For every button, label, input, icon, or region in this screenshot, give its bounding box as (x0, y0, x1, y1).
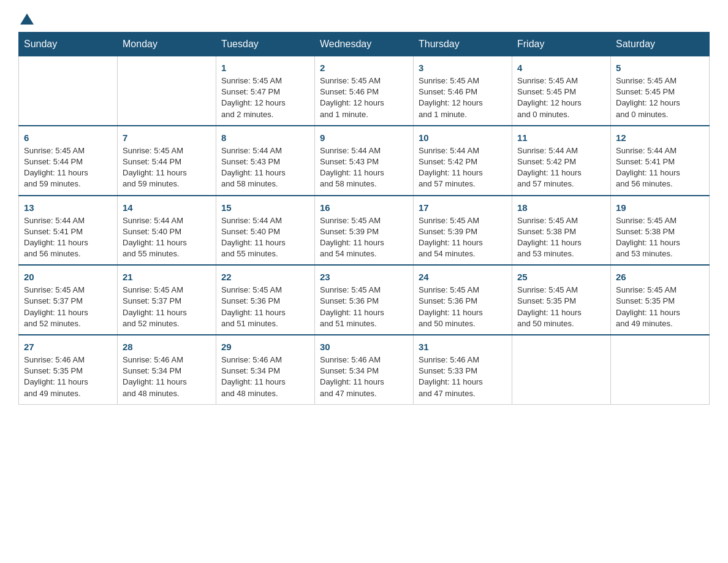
calendar-day-cell: 13Sunrise: 5:44 AM Sunset: 5:41 PM Dayli… (19, 196, 118, 266)
day-info: Sunrise: 5:45 AM Sunset: 5:38 PM Dayligh… (616, 215, 704, 260)
day-number: 1 (221, 61, 309, 74)
header-friday: Friday (512, 33, 611, 56)
day-number: 16 (320, 201, 408, 214)
calendar-day-cell: 26Sunrise: 5:45 AM Sunset: 5:35 PM Dayli… (611, 265, 710, 335)
calendar-day-cell: 23Sunrise: 5:45 AM Sunset: 5:36 PM Dayli… (315, 265, 414, 335)
calendar-day-cell: 17Sunrise: 5:45 AM Sunset: 5:39 PM Dayli… (414, 196, 512, 266)
day-info: Sunrise: 5:45 AM Sunset: 5:45 PM Dayligh… (517, 75, 605, 120)
calendar-week-row: 20Sunrise: 5:45 AM Sunset: 5:37 PM Dayli… (19, 265, 710, 335)
day-number: 27 (24, 340, 112, 353)
calendar-day-cell: 22Sunrise: 5:45 AM Sunset: 5:36 PM Dayli… (216, 265, 315, 335)
day-number: 12 (616, 131, 704, 144)
calendar-day-cell: 30Sunrise: 5:46 AM Sunset: 5:34 PM Dayli… (315, 335, 414, 404)
calendar-day-cell: 5Sunrise: 5:45 AM Sunset: 5:45 PM Daylig… (611, 56, 710, 126)
day-number: 14 (123, 201, 211, 214)
day-number: 3 (419, 61, 507, 74)
calendar-week-row: 6Sunrise: 5:45 AM Sunset: 5:44 PM Daylig… (19, 126, 710, 196)
day-info: Sunrise: 5:45 AM Sunset: 5:39 PM Dayligh… (419, 215, 507, 260)
page-header (18, 12, 710, 26)
calendar-day-cell: 12Sunrise: 5:44 AM Sunset: 5:41 PM Dayli… (611, 126, 710, 196)
day-info: Sunrise: 5:45 AM Sunset: 5:45 PM Dayligh… (616, 75, 704, 120)
day-number: 31 (419, 340, 507, 353)
day-number: 21 (123, 270, 211, 283)
day-info: Sunrise: 5:46 AM Sunset: 5:34 PM Dayligh… (123, 354, 211, 399)
day-info: Sunrise: 5:44 AM Sunset: 5:41 PM Dayligh… (24, 215, 112, 260)
header-saturday: Saturday (611, 33, 710, 56)
calendar-day-cell: 14Sunrise: 5:44 AM Sunset: 5:40 PM Dayli… (118, 196, 216, 266)
day-number: 13 (24, 201, 112, 214)
header-thursday: Thursday (414, 33, 512, 56)
day-info: Sunrise: 5:45 AM Sunset: 5:36 PM Dayligh… (221, 285, 309, 329)
calendar-week-row: 27Sunrise: 5:46 AM Sunset: 5:35 PM Dayli… (19, 335, 710, 404)
header-sunday: Sunday (19, 33, 118, 56)
calendar-day-cell: 8Sunrise: 5:44 AM Sunset: 5:43 PM Daylig… (216, 126, 315, 196)
day-number: 11 (517, 131, 605, 144)
calendar-day-cell: 25Sunrise: 5:45 AM Sunset: 5:35 PM Dayli… (512, 265, 611, 335)
day-info: Sunrise: 5:45 AM Sunset: 5:44 PM Dayligh… (123, 145, 211, 190)
calendar-header-row: Sunday Monday Tuesday Wednesday Thursday… (19, 33, 710, 56)
calendar-week-row: 1Sunrise: 5:45 AM Sunset: 5:47 PM Daylig… (19, 56, 710, 126)
day-info: Sunrise: 5:45 AM Sunset: 5:36 PM Dayligh… (419, 285, 507, 329)
calendar-day-cell: 3Sunrise: 5:45 AM Sunset: 5:46 PM Daylig… (414, 56, 512, 126)
day-info: Sunrise: 5:44 AM Sunset: 5:41 PM Dayligh… (616, 145, 704, 190)
calendar-day-cell (118, 56, 216, 126)
day-info: Sunrise: 5:44 AM Sunset: 5:40 PM Dayligh… (123, 215, 211, 260)
day-info: Sunrise: 5:45 AM Sunset: 5:35 PM Dayligh… (616, 285, 704, 329)
day-info: Sunrise: 5:45 AM Sunset: 5:46 PM Dayligh… (320, 75, 408, 120)
day-info: Sunrise: 5:44 AM Sunset: 5:42 PM Dayligh… (517, 145, 605, 190)
logo (18, 12, 34, 26)
day-number: 24 (419, 270, 507, 283)
calendar-day-cell: 6Sunrise: 5:45 AM Sunset: 5:44 PM Daylig… (19, 126, 118, 196)
calendar-day-cell (512, 335, 611, 404)
calendar-day-cell: 16Sunrise: 5:45 AM Sunset: 5:39 PM Dayli… (315, 196, 414, 266)
day-info: Sunrise: 5:45 AM Sunset: 5:44 PM Dayligh… (24, 145, 112, 190)
calendar-day-cell: 24Sunrise: 5:45 AM Sunset: 5:36 PM Dayli… (414, 265, 512, 335)
day-number: 4 (517, 61, 605, 74)
calendar-day-cell: 21Sunrise: 5:45 AM Sunset: 5:37 PM Dayli… (118, 265, 216, 335)
calendar-day-cell: 27Sunrise: 5:46 AM Sunset: 5:35 PM Dayli… (19, 335, 118, 404)
header-wednesday: Wednesday (315, 33, 414, 56)
day-number: 2 (320, 61, 408, 74)
day-info: Sunrise: 5:44 AM Sunset: 5:43 PM Dayligh… (221, 145, 309, 190)
day-number: 23 (320, 270, 408, 283)
day-number: 29 (221, 340, 309, 353)
day-number: 6 (24, 131, 112, 144)
logo-triangle-icon (20, 12, 34, 26)
day-info: Sunrise: 5:45 AM Sunset: 5:37 PM Dayligh… (123, 285, 211, 329)
header-monday: Monday (118, 33, 216, 56)
day-info: Sunrise: 5:45 AM Sunset: 5:35 PM Dayligh… (517, 285, 605, 329)
header-tuesday: Tuesday (216, 33, 315, 56)
calendar-day-cell: 20Sunrise: 5:45 AM Sunset: 5:37 PM Dayli… (19, 265, 118, 335)
day-info: Sunrise: 5:45 AM Sunset: 5:36 PM Dayligh… (320, 285, 408, 329)
day-info: Sunrise: 5:44 AM Sunset: 5:42 PM Dayligh… (419, 145, 507, 190)
day-info: Sunrise: 5:45 AM Sunset: 5:37 PM Dayligh… (24, 285, 112, 329)
day-number: 26 (616, 270, 704, 283)
day-info: Sunrise: 5:46 AM Sunset: 5:35 PM Dayligh… (24, 354, 112, 399)
day-number: 7 (123, 131, 211, 144)
day-number: 10 (419, 131, 507, 144)
day-number: 9 (320, 131, 408, 144)
calendar-day-cell: 7Sunrise: 5:45 AM Sunset: 5:44 PM Daylig… (118, 126, 216, 196)
day-info: Sunrise: 5:46 AM Sunset: 5:33 PM Dayligh… (419, 354, 507, 399)
day-info: Sunrise: 5:45 AM Sunset: 5:47 PM Dayligh… (221, 75, 309, 120)
calendar-day-cell: 28Sunrise: 5:46 AM Sunset: 5:34 PM Dayli… (118, 335, 216, 404)
calendar-day-cell (611, 335, 710, 404)
day-number: 17 (419, 201, 507, 214)
calendar-day-cell: 31Sunrise: 5:46 AM Sunset: 5:33 PM Dayli… (414, 335, 512, 404)
day-info: Sunrise: 5:46 AM Sunset: 5:34 PM Dayligh… (221, 354, 309, 399)
day-number: 5 (616, 61, 704, 74)
day-info: Sunrise: 5:45 AM Sunset: 5:39 PM Dayligh… (320, 215, 408, 260)
calendar-day-cell: 18Sunrise: 5:45 AM Sunset: 5:38 PM Dayli… (512, 196, 611, 266)
day-number: 30 (320, 340, 408, 353)
calendar-day-cell (19, 56, 118, 126)
day-number: 22 (221, 270, 309, 283)
day-number: 28 (123, 340, 211, 353)
calendar-day-cell: 1Sunrise: 5:45 AM Sunset: 5:47 PM Daylig… (216, 56, 315, 126)
day-number: 25 (517, 270, 605, 283)
calendar-table: Sunday Monday Tuesday Wednesday Thursday… (18, 32, 710, 405)
svg-marker-0 (20, 13, 34, 25)
day-info: Sunrise: 5:44 AM Sunset: 5:40 PM Dayligh… (221, 215, 309, 260)
day-info: Sunrise: 5:44 AM Sunset: 5:43 PM Dayligh… (320, 145, 408, 190)
calendar-day-cell: 4Sunrise: 5:45 AM Sunset: 5:45 PM Daylig… (512, 56, 611, 126)
calendar-day-cell: 2Sunrise: 5:45 AM Sunset: 5:46 PM Daylig… (315, 56, 414, 126)
